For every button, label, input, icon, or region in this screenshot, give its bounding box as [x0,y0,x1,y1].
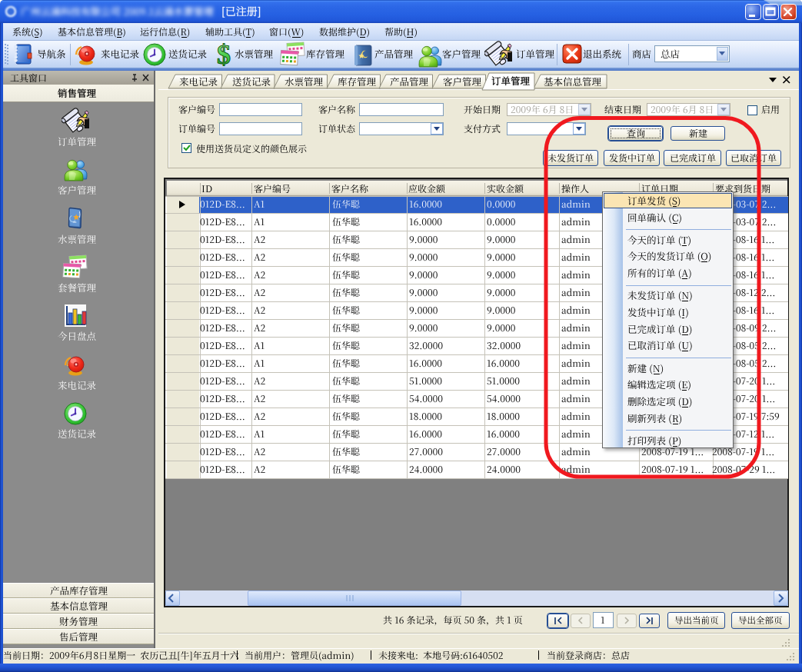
svg-text:$: $ [217,42,231,68]
